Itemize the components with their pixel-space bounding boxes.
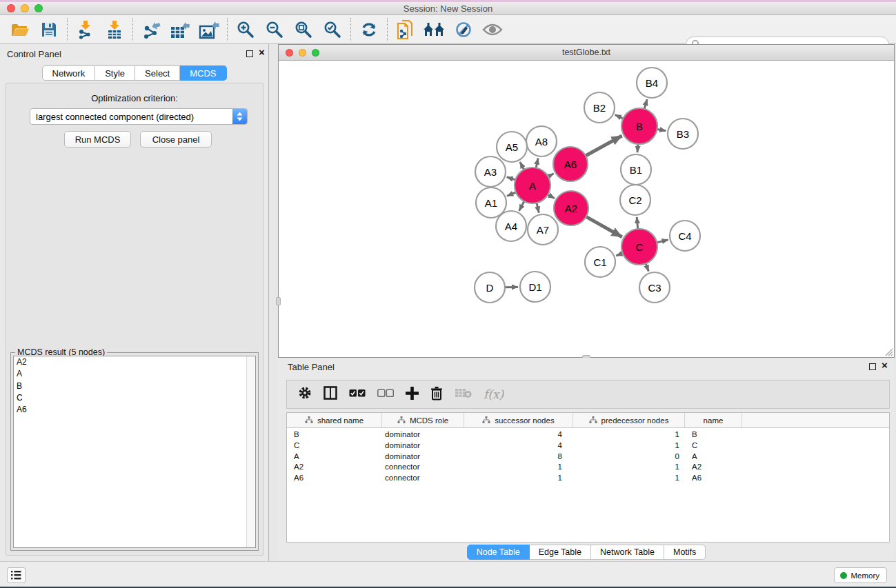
edge-C-C2[interactable] [637,217,638,229]
tab-style[interactable]: Style [95,65,135,81]
edge-C-C4[interactable] [657,240,668,243]
export-table-button[interactable] [166,17,195,42]
zoom-selected-button[interactable] [318,17,347,42]
table-row[interactable]: A dominator 8 0 A [287,452,889,463]
delete-table-button[interactable] [455,387,472,401]
list-item[interactable]: B [14,381,255,392]
cell-predecessor-nodes: 1 [573,474,685,485]
edge-B-B3[interactable] [657,129,666,130]
node-label-B2: B2 [593,102,606,114]
run-mcds-button[interactable]: Run MCDS [64,131,131,148]
list-item[interactable]: A6 [14,404,255,416]
import-table-button[interactable] [100,17,129,42]
tab-mcds[interactable]: MCDS [180,65,226,81]
zoom-in-button[interactable] [231,17,260,42]
edge-C-C1[interactable] [616,253,622,256]
edge-A-A8[interactable] [536,158,538,168]
column-label: successor nodes [495,416,554,425]
export-network-button[interactable] [137,17,166,42]
close-panel-button[interactable]: Close panel [140,131,212,148]
float-panel-icon[interactable] [246,50,253,57]
left-splitter-handle[interactable] [276,297,281,305]
table-row[interactable]: A6 connector 1 1 A6 [287,474,889,485]
cell-mcds-role: dominator [382,441,464,452]
network-window-titlebar: testGlobe.txt [279,45,894,61]
list-scrollbar[interactable] [246,356,255,547]
tab-motifs[interactable]: Motifs [664,545,706,560]
node-label-A: A [529,180,536,192]
apply-layout-button[interactable] [355,17,384,42]
show-columns-button[interactable] [323,386,337,403]
first-neighbors-button[interactable] [420,17,449,42]
add-column-button[interactable] [406,387,419,403]
edge-A-A4[interactable] [519,201,524,211]
mcds-result-list: A2 A B C A6 [13,356,256,548]
edge-C-C3[interactable] [646,263,648,271]
save-floppy-icon [41,21,57,38]
network-canvas[interactable]: B4B2BB3A8A5A6B1A3AC2A1A2A4A7C4CC1C3DD1 [279,61,894,357]
new-network-from-selection-button[interactable] [391,17,420,42]
memory-button[interactable]: Memory [834,567,887,583]
zoom-out-button[interactable] [260,17,289,42]
edge-A-A6[interactable] [548,174,554,176]
edge-A-A5[interactable] [520,162,524,170]
close-panel-icon[interactable]: × [882,362,888,369]
node-label-B1: B1 [630,164,642,176]
column-header-shared-name[interactable]: shared name [287,413,382,427]
eye-icon [482,22,503,37]
function-builder-button[interactable]: f(x) [484,387,504,401]
unselect-all-button[interactable] [377,388,394,401]
mcds-result-group: MCDS result (5 nodes) A2 A B C A6 [10,352,259,551]
edge-A-A3[interactable] [507,177,516,180]
table-row[interactable]: C dominator 4 1 C [287,441,889,452]
tab-select[interactable]: Select [135,65,180,81]
toolbar-separator [387,18,388,41]
close-panel-icon[interactable]: × [259,49,265,56]
edge-A-A7[interactable] [537,203,539,212]
list-item[interactable]: A2 [14,356,255,368]
edge-B-B4[interactable] [644,99,647,109]
edge-B-B2[interactable] [615,115,624,119]
trash-icon [430,386,443,401]
open-session-button[interactable] [6,17,34,42]
task-history-button[interactable] [7,567,26,583]
table-row[interactable]: B dominator 4 1 B [287,430,889,441]
zoom-fit-button[interactable] [289,17,318,42]
cell-name: A2 [685,463,742,474]
toolbar-separator [67,18,68,41]
column-header-mcds-role[interactable]: MCDS role [382,413,464,427]
node-label-C2: C2 [628,194,641,206]
edge-B-B1[interactable] [637,144,638,152]
float-panel-icon[interactable] [869,363,876,370]
list-item[interactable]: A [14,368,255,380]
table-row[interactable]: A2 connector 1 1 A2 [287,463,889,474]
tab-node-table[interactable]: Node Table [467,545,530,560]
criterion-selected-value: largest connected component (directed) [30,112,232,122]
column-header-name[interactable]: name [685,413,742,427]
node-label-C: C [636,241,644,253]
node-label-A3: A3 [484,166,497,178]
column-header-predecessor-nodes[interactable]: predecessor nodes [573,413,685,427]
resize-grip[interactable] [884,347,893,356]
node-label-A8: A8 [535,136,548,148]
save-session-button[interactable] [34,17,63,42]
select-all-button[interactable] [349,388,366,401]
network-title: testGlobe.txt [279,48,894,57]
list-item[interactable]: C [14,392,255,404]
edge-A6-B[interactable] [586,136,622,156]
tab-network-table[interactable]: Network Table [591,545,664,560]
table-settings-button[interactable] [298,386,312,403]
edge-A-A2[interactable] [548,194,554,199]
plus-icon [406,387,419,400]
criterion-dropdown[interactable]: largest connected component (directed) [30,108,248,125]
toggle-view-button[interactable] [478,17,507,42]
import-network-button[interactable] [71,17,100,42]
edge-A2-C[interactable] [586,216,622,236]
edge-A-A1[interactable] [507,192,516,196]
delete-column-button[interactable] [430,386,443,403]
tab-edge-table[interactable]: Edge Table [530,545,591,560]
tab-network[interactable]: Network [41,65,95,81]
export-image-button[interactable] [195,17,223,42]
column-header-successor-nodes[interactable]: successor nodes [464,413,573,427]
hide-labels-button[interactable] [449,17,478,42]
